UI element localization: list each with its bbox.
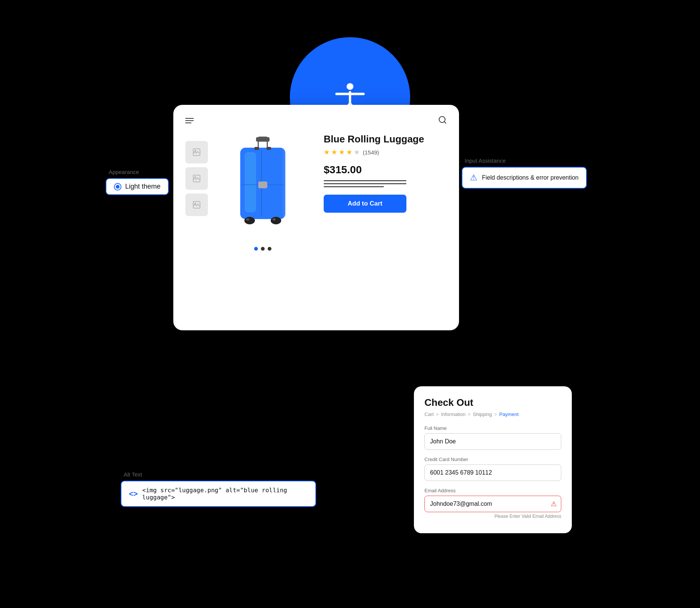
checkout-breadcrumb: Cart > Information > Shipping > Payment <box>424 411 561 417</box>
breadcrumb-sep-2: > <box>468 411 471 417</box>
star-4: ★ <box>346 148 352 156</box>
checkout-title: Check Out <box>424 397 561 408</box>
product-content: Blue Rolling Luggage ★ ★ ★ ★ ★ (1549) $3… <box>185 133 447 251</box>
hamburger-menu-button[interactable] <box>185 118 194 123</box>
star-5: ★ <box>354 148 360 156</box>
full-name-group: Full Name <box>424 425 561 450</box>
appearance-badge-container: Appearance Light theme <box>106 169 169 195</box>
credit-card-label: Credit Card Number <box>424 457 561 462</box>
svg-point-10 <box>195 177 196 178</box>
email-input-wrapper: ⚠ <box>424 496 561 512</box>
credit-card-input[interactable] <box>424 464 561 481</box>
price-line-3 <box>324 186 384 187</box>
radio-button[interactable] <box>114 183 121 191</box>
input-assistance-badge-container: Input Assistance ⚠ Field descriptions & … <box>462 157 587 189</box>
svg-rect-19 <box>258 181 267 188</box>
thumbnail-3[interactable] <box>185 194 208 216</box>
svg-point-8 <box>195 150 196 151</box>
checkout-card: Check Out Cart > Information > Shipping … <box>414 386 572 533</box>
breadcrumb-information: Information <box>441 411 465 417</box>
card-header <box>185 115 447 126</box>
appearance-label: Appearance <box>109 169 169 175</box>
breadcrumb-cart: Cart <box>424 411 434 417</box>
svg-point-25 <box>273 218 276 221</box>
svg-rect-21 <box>267 147 271 150</box>
appearance-theme-text: Light theme <box>125 183 161 191</box>
radio-inner-dot <box>116 185 120 189</box>
price-description-lines <box>324 180 447 187</box>
svg-rect-16 <box>245 152 256 212</box>
review-count: (1549) <box>363 149 379 156</box>
stars-rating-row: ★ ★ ★ ★ ★ (1549) <box>324 148 447 156</box>
hamburger-line-1 <box>185 118 194 119</box>
product-left-panel <box>185 133 312 251</box>
thumbnail-2[interactable] <box>185 167 208 190</box>
svg-point-12 <box>195 203 196 204</box>
svg-point-22 <box>244 217 255 224</box>
breadcrumb-sep-3: > <box>494 411 497 417</box>
email-error-icon: ⚠ <box>551 500 557 508</box>
full-name-input[interactable] <box>424 433 561 450</box>
breadcrumb-sep-1: > <box>436 411 439 417</box>
alt-text-label: Alt Text <box>124 471 316 478</box>
hamburger-line-2 <box>185 120 194 121</box>
input-assistance-text: Field descriptions & error prevention <box>482 174 579 181</box>
star-1: ★ <box>324 148 330 156</box>
star-2: ★ <box>331 148 337 156</box>
dot-1[interactable] <box>254 247 258 251</box>
product-info-panel: Blue Rolling Luggage ★ ★ ★ ★ ★ (1549) $3… <box>324 133 447 251</box>
add-to-cart-button[interactable]: Add to Cart <box>324 195 406 213</box>
email-label: Email Address <box>424 488 561 493</box>
breadcrumb-payment: Payment <box>499 411 518 417</box>
email-error-message: Please Enter Valid Email Address <box>424 514 561 519</box>
breadcrumb-shipping: Shipping <box>473 411 492 417</box>
luggage-image <box>225 133 300 242</box>
dot-3[interactable] <box>268 247 271 251</box>
input-assistance-badge-box: ⚠ Field descriptions & error prevention <box>462 167 587 189</box>
full-name-label: Full Name <box>424 425 561 431</box>
star-3: ★ <box>339 148 345 156</box>
svg-point-24 <box>246 218 249 221</box>
thumbnail-1[interactable] <box>185 141 208 163</box>
image-dots <box>254 247 271 251</box>
dot-2[interactable] <box>261 247 265 251</box>
hamburger-line-3 <box>185 123 191 123</box>
main-scene: Appearance Light theme <box>143 60 557 548</box>
email-input[interactable] <box>424 496 561 512</box>
credit-card-group: Credit Card Number <box>424 457 561 481</box>
svg-point-0 <box>347 83 353 90</box>
svg-rect-20 <box>255 147 259 150</box>
search-icon[interactable] <box>438 115 447 126</box>
email-group: Email Address ⚠ Please Enter Valid Email… <box>424 488 561 519</box>
product-price: $315.00 <box>324 164 447 176</box>
price-line-1 <box>324 180 406 181</box>
code-brackets-icon: <> <box>129 490 138 498</box>
product-title: Blue Rolling Luggage <box>324 133 447 145</box>
input-assistance-label: Input Assistance <box>465 157 587 164</box>
warning-triangle-icon: ⚠ <box>470 173 477 183</box>
alt-text-badge-box: <> <img src="luggage.png" alt="blue roll… <box>121 481 316 507</box>
appearance-badge-box: Light theme <box>106 178 169 195</box>
svg-line-6 <box>444 122 446 123</box>
price-line-2 <box>324 183 406 184</box>
alt-text-badge-container: Alt Text <> <img src="luggage.png" alt="… <box>121 471 316 507</box>
svg-point-23 <box>271 217 281 224</box>
product-card: Blue Rolling Luggage ★ ★ ★ ★ ★ (1549) $3… <box>173 105 459 330</box>
main-image-area <box>214 133 312 251</box>
alt-text-code: <img src="luggage.png" alt="blue rolling… <box>142 487 308 501</box>
thumbnail-list <box>185 141 208 251</box>
